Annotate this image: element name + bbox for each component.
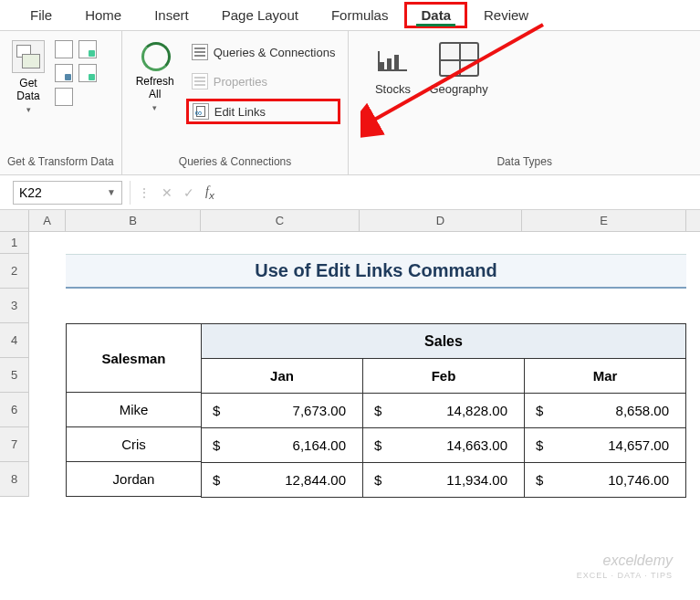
col-header[interactable]: B	[66, 210, 201, 231]
tab-home[interactable]: Home	[68, 2, 138, 28]
col-header[interactable]: C	[201, 210, 360, 231]
recent-sources-icon[interactable]	[78, 64, 97, 82]
cell-value[interactable]: $10,746.00	[525, 463, 686, 498]
enter-icon[interactable]: ✓	[183, 185, 194, 200]
column-headers: A B C D E	[0, 210, 700, 232]
watermark: exceldemy EXCEL · DATA · TIPS	[577, 554, 673, 582]
ribbon: Get Data ▾ Get & Transform Data Refresh …	[0, 31, 700, 175]
queries-connections-label: Queries & Connections	[214, 46, 336, 59]
stocks-button[interactable]: Stocks	[372, 42, 413, 96]
name-box-value: K22	[19, 185, 42, 200]
geography-button[interactable]: Geography	[429, 42, 487, 96]
queries-connections-button[interactable]: Queries & Connections	[186, 40, 341, 64]
stocks-icon	[372, 42, 413, 77]
existing-connections-icon[interactable]	[55, 88, 73, 106]
salesman-name[interactable]: Cris	[66, 427, 201, 462]
from-text-icon[interactable]	[55, 40, 73, 58]
edit-links-icon	[193, 103, 209, 120]
col-header[interactable]: A	[29, 210, 66, 231]
cell-value[interactable]: $14,663.00	[363, 428, 525, 463]
row-header[interactable]: 5	[0, 358, 29, 393]
data-table: Sales Jan Feb Mar $7,673.00 $14,828.00 $…	[201, 323, 686, 498]
table-row: $7,673.00 $14,828.00 $8,658.00	[202, 394, 686, 428]
row-header[interactable]: 8	[0, 462, 29, 497]
group-label-get-transform: Get & Transform Data	[7, 153, 114, 173]
tab-page-layout[interactable]: Page Layout	[205, 2, 315, 28]
row-header[interactable]: 4	[0, 323, 29, 358]
chevron-down-icon: ▾	[152, 103, 157, 112]
cell-value[interactable]: $11,934.00	[363, 463, 525, 498]
table-row: $12,844.00 $11,934.00 $10,746.00	[202, 463, 686, 498]
cell-value[interactable]: $14,828.00	[363, 394, 525, 428]
tab-insert[interactable]: Insert	[138, 2, 205, 28]
geography-label: Geography	[429, 82, 487, 96]
group-queries-connections: Refresh All ▾ Queries & Connections Prop…	[122, 31, 350, 174]
get-data-button[interactable]: Get Data ▾	[7, 37, 49, 116]
sales-header: Sales	[202, 324, 686, 359]
cell-value[interactable]: $7,673.00	[202, 394, 363, 428]
cell-value[interactable]: $12,844.00	[202, 463, 363, 498]
salesman-name[interactable]: Mike	[66, 393, 201, 427]
refresh-icon	[140, 40, 171, 71]
properties-button: Properties	[186, 69, 341, 93]
salesman-name[interactable]: Jordan	[66, 462, 201, 497]
get-data-label: Get Data	[7, 77, 49, 102]
tab-review[interactable]: Review	[467, 2, 545, 28]
refresh-all-label: Refresh All	[130, 75, 181, 100]
cell-value[interactable]: $8,658.00	[525, 394, 686, 428]
fx-icon[interactable]: fx	[205, 184, 214, 201]
from-web-icon[interactable]	[78, 40, 97, 58]
cell-value[interactable]: $6,164.00	[202, 428, 363, 463]
select-all-corner[interactable]	[0, 210, 29, 231]
tab-file[interactable]: File	[14, 2, 68, 28]
from-table-icon[interactable]	[55, 64, 73, 82]
group-get-transform: Get Data ▾ Get & Transform Data	[0, 31, 122, 174]
tab-formulas[interactable]: Formulas	[315, 2, 405, 28]
cell-value[interactable]: $14,657.00	[525, 428, 686, 463]
table-row: $6,164.00 $14,663.00 $14,657.00	[202, 428, 686, 463]
properties-icon	[192, 73, 208, 89]
row-header[interactable]: 3	[0, 289, 29, 323]
chevron-down-icon: ▾	[26, 105, 31, 114]
salesman-header: Salesman	[66, 323, 201, 393]
tab-data[interactable]: Data	[404, 2, 467, 28]
stocks-label: Stocks	[375, 82, 411, 96]
group-label-data-types: Data Types	[356, 153, 693, 173]
row-header[interactable]: 7	[0, 427, 29, 462]
group-label-queries-connections: Queries & Connections	[130, 153, 341, 173]
ribbon-tabs: File Home Insert Page Layout Formulas Da…	[0, 0, 700, 31]
row-headers: 1 2 3 4 5 6 7 8	[0, 232, 29, 497]
month-header: Mar	[525, 359, 686, 394]
row-header[interactable]: 2	[0, 254, 29, 289]
col-header[interactable]: D	[360, 210, 522, 231]
properties-label: Properties	[214, 75, 267, 89]
month-header: Jan	[202, 359, 363, 394]
queries-connections-icon	[192, 44, 208, 60]
get-data-icon	[12, 40, 45, 73]
geography-icon	[439, 42, 479, 77]
sheet-title: Use of Edit Links Command	[66, 254, 686, 289]
handle-icon: ⋮	[138, 185, 151, 200]
col-header[interactable]: E	[522, 210, 686, 231]
month-header: Feb	[363, 359, 525, 394]
refresh-all-button[interactable]: Refresh All ▾	[130, 37, 181, 114]
formula-bar: K22 ▼ ⋮ ✕ ✓ fx	[0, 175, 700, 210]
cancel-icon[interactable]: ✕	[162, 185, 172, 200]
row-header[interactable]: 6	[0, 393, 29, 427]
row-header[interactable]: 1	[0, 232, 29, 254]
edit-links-button[interactable]: Edit Links	[186, 99, 341, 124]
worksheet: A B C D E 1 2 3 4 5 6 7 8 Use of Edit Li…	[0, 210, 700, 498]
salesman-column: Salesman Mike Cris Jordan	[66, 323, 201, 497]
group-data-types: Stocks Geography Data Types	[349, 31, 700, 174]
chevron-down-icon[interactable]: ▼	[107, 187, 116, 197]
edit-links-label: Edit Links	[214, 105, 266, 119]
name-box[interactable]: K22 ▼	[13, 181, 122, 205]
